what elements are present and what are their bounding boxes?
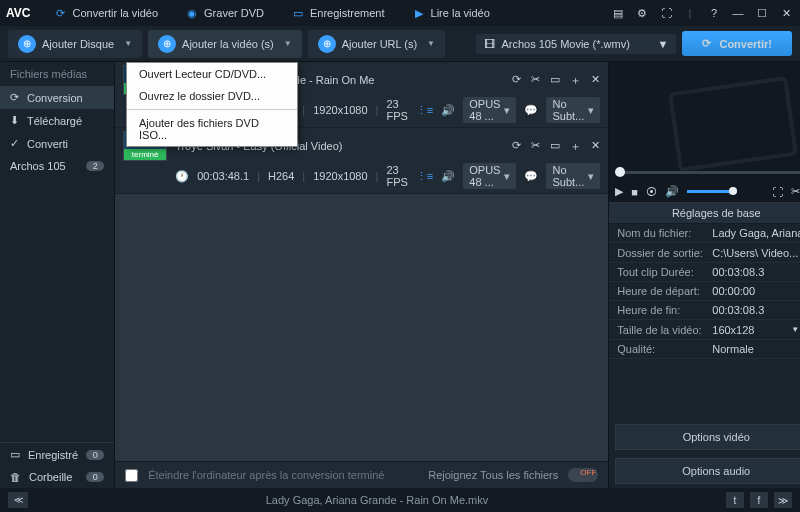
film-reel-icon	[668, 76, 798, 172]
count-badge: 0	[86, 472, 104, 482]
disc-plus-icon: ⊕	[18, 35, 36, 53]
sidebar-label: Enregistré	[28, 449, 78, 461]
save-icon: ▭	[10, 448, 20, 461]
refresh-icon[interactable]: ⟳	[512, 73, 521, 88]
close-icon[interactable]: ✕	[778, 5, 794, 21]
globe-plus-icon: ⊕	[318, 35, 336, 53]
add-disc-button[interactable]: ⊕Ajouter Disque▼	[8, 30, 142, 58]
snapshot-button[interactable]: ⦿	[646, 186, 657, 198]
sidebar-item-trash[interactable]: 🗑Corbeille0	[0, 466, 114, 488]
subtitle-icon: 💬	[524, 104, 538, 117]
collapse-left-icon[interactable]: ≪	[8, 492, 28, 508]
refresh-icon: ⟳	[54, 7, 66, 19]
shutdown-label: Éteindre l'ordinateur après la conversio…	[148, 469, 384, 481]
resolution: 1920x1080	[313, 170, 367, 182]
maximize-icon[interactable]: ☐	[754, 5, 770, 21]
preview-area: ▶ ■ ⦿ 🔊 ⛶ ✂ ⤢	[609, 62, 800, 202]
close-icon[interactable]: ✕	[591, 73, 600, 88]
fps: 23 FPS	[386, 98, 407, 122]
film-icon: 🎞	[484, 38, 495, 50]
expand-right-icon[interactable]: ≫	[774, 492, 792, 508]
play-icon: ▶	[413, 7, 425, 19]
add-icon[interactable]: ＋	[570, 73, 581, 88]
download-icon: ⬇	[10, 114, 19, 127]
codec: H264	[268, 170, 294, 182]
tab-label: Enregistrement	[310, 7, 385, 19]
merge-label: Rejoignez Tous les fichiers	[428, 469, 558, 481]
resolution: 1920x1080	[313, 104, 367, 116]
audio-select[interactable]: OPUS 48 ...▾	[463, 97, 516, 123]
main-footer: Éteindre l'ordinateur après la conversio…	[115, 461, 608, 488]
btn-label: Ajouter Disque	[42, 38, 114, 50]
convert-button[interactable]: ⟳Convertir!	[682, 31, 792, 56]
gear-icon[interactable]: ⚙	[634, 5, 650, 21]
video-options-button[interactable]: Options vidéo	[615, 424, 800, 450]
lang-icon[interactable]: ⛶	[658, 5, 674, 21]
stop-button[interactable]: ■	[631, 186, 638, 198]
disc-icon: ◉	[186, 7, 198, 19]
mute-button[interactable]: 🔊	[665, 185, 679, 198]
dropdown-item-add-iso[interactable]: Ajouter des fichiers DVD ISO...	[127, 112, 297, 146]
list-icon[interactable]: ▤	[610, 5, 626, 21]
facebook-icon[interactable]: f	[750, 492, 768, 508]
tab-burn[interactable]: ◉Graver DVD	[172, 3, 278, 23]
add-icon[interactable]: ＋	[570, 139, 581, 154]
setting-row[interactable]: Qualité:Normale▼	[609, 340, 800, 359]
record-icon: ▭	[292, 7, 304, 19]
sidebar-item-device[interactable]: Archos 1052	[0, 155, 114, 177]
cut-icon[interactable]: ✂	[531, 139, 540, 154]
edit-icon[interactable]: ▭	[550, 73, 560, 88]
subtitle-select[interactable]: No Subt...▾	[546, 97, 600, 123]
add-video-button[interactable]: ⊕Ajouter la vidéo (s)▼	[148, 30, 302, 58]
dropdown-item-open-cddvd[interactable]: Ouvert Lecteur CD/DVD...	[127, 63, 297, 85]
sidebar-item-conversion[interactable]: ⟳Conversion	[0, 86, 114, 109]
sidebar-item-saved[interactable]: ▭Enregistré0	[0, 443, 114, 466]
add-url-button[interactable]: ⊕Ajouter URL (s)▼	[308, 30, 445, 58]
toolbar: ⊕Ajouter Disque▼ ⊕Ajouter la vidéo (s)▼ …	[0, 26, 800, 62]
cut-icon[interactable]: ✂	[791, 185, 800, 198]
close-icon[interactable]: ✕	[591, 139, 600, 154]
cut-icon[interactable]: ✂	[531, 73, 540, 88]
tab-convert[interactable]: ⟳Convertir la vidéo	[40, 3, 172, 23]
volume-slider[interactable]	[687, 190, 737, 193]
status-filename: Lady Gaga, Ariana Grande - Rain On Me.mk…	[38, 494, 716, 506]
clock-icon: 🕐	[175, 170, 189, 183]
tab-play[interactable]: ▶Lire la vidéo	[399, 3, 504, 23]
divider: |	[682, 5, 698, 21]
check-icon: ✓	[10, 137, 19, 150]
sidebar-item-converted[interactable]: ✓Converti	[0, 132, 114, 155]
sidebar-label: Corbeille	[29, 471, 72, 483]
setting-row: Heure de fin:00:03:08.3	[609, 301, 800, 320]
audio-select[interactable]: OPUS 48 ...▾	[463, 163, 516, 189]
subtitle-select[interactable]: No Subt...▾	[546, 163, 600, 189]
shutdown-checkbox[interactable]	[125, 469, 138, 482]
chevron-down-icon: ▼	[124, 39, 132, 48]
output-profile-select[interactable]: 🎞Archos 105 Movie (*.wmv)▼	[476, 34, 676, 54]
audio-options-button[interactable]: Options audio	[615, 458, 800, 484]
edit-icon[interactable]: ▭	[550, 139, 560, 154]
sidebar-item-downloaded[interactable]: ⬇Téléchargé	[0, 109, 114, 132]
setting-row: Nom du fichier:Lady Gaga, Ariana Grande …	[609, 224, 800, 243]
twitter-icon[interactable]: t	[726, 492, 744, 508]
setting-row[interactable]: Taille de la vidéo:160x128▼⚙	[609, 320, 800, 340]
sidebar-label: Téléchargé	[27, 115, 82, 127]
app-logo: AVC	[6, 6, 30, 20]
dropdown-item-open-dvd-folder[interactable]: Ouvrez le dossier DVD...	[127, 85, 297, 107]
setting-row: Dossier de sortie:C:\Users\ Video...📁	[609, 243, 800, 263]
tab-record[interactable]: ▭Enregistrement	[278, 3, 399, 23]
merge-toggle[interactable]	[568, 468, 598, 482]
refresh-icon[interactable]: ⟳	[512, 139, 521, 154]
help-icon[interactable]: ?	[706, 5, 722, 21]
titlebar: AVC ⟳Convertir la vidéo ◉Graver DVD ▭Enr…	[0, 0, 800, 26]
video-plus-icon: ⊕	[158, 35, 176, 53]
profile-label: Archos 105 Movie (*.wmv)	[501, 38, 651, 50]
tab-label: Convertir la vidéo	[72, 7, 158, 19]
play-button[interactable]: ▶	[615, 185, 623, 198]
minimize-icon[interactable]: —	[730, 5, 746, 21]
crop-icon[interactable]: ⛶	[772, 186, 783, 198]
social-buttons: t f ≫	[726, 492, 792, 508]
add-video-dropdown: Ouvert Lecteur CD/DVD... Ouvrez le dossi…	[126, 62, 298, 147]
setting-row: Heure de départ:00:00:00	[609, 282, 800, 301]
tab-label: Lire la vidéo	[431, 7, 490, 19]
seek-slider[interactable]	[615, 171, 800, 174]
